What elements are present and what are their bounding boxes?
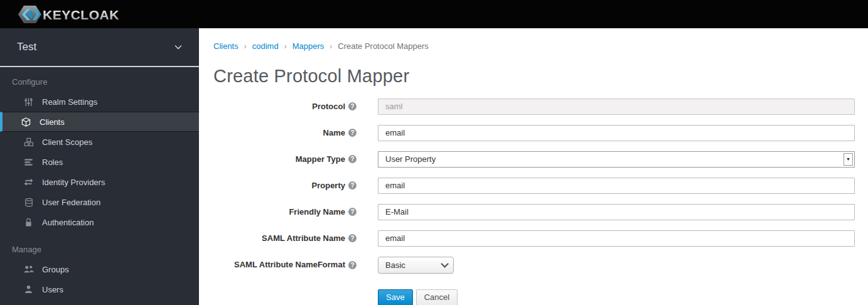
- nav-section-manage: Manage Groups Users: [0, 238, 199, 299]
- nav-section-label-configure: Configure: [0, 71, 199, 92]
- field-control-property: [378, 178, 855, 194]
- sidebar-item-label: Client Scopes: [42, 137, 92, 147]
- breadcrumb-separator-icon: ›: [244, 42, 247, 51]
- field-label-text: Property: [312, 178, 345, 194]
- breadcrumb-separator-icon: ›: [284, 42, 287, 51]
- field-label-text: Friendly Name: [289, 204, 345, 220]
- chevron-down-icon: [174, 45, 182, 50]
- sidebar-nav: Configure Realm Settings Clients Client …: [0, 71, 199, 299]
- breadcrumb-item-create-protocol-mappers: Create Protocol Mappers: [338, 41, 429, 51]
- field-label-text: SAML Attribute Name: [262, 230, 345, 247]
- sidebar-item-realm-settings[interactable]: Realm Settings: [0, 92, 199, 112]
- field-control-name: [378, 125, 855, 141]
- list-icon: [23, 158, 34, 167]
- sidebar-item-label: Users: [42, 285, 63, 294]
- cube-icon: [21, 117, 31, 127]
- protocol-input: [378, 99, 855, 115]
- help-icon[interactable]: ?: [348, 234, 356, 242]
- sliders-icon: [23, 97, 34, 107]
- field-control-friendly-name: [378, 204, 855, 220]
- realm-name: Test: [17, 41, 36, 53]
- sidebar-item-label: Roles: [42, 158, 63, 167]
- keycloak-logo[interactable]: KEYCLOAK: [17, 4, 121, 24]
- sidebar-item-roles[interactable]: Roles: [0, 152, 199, 172]
- main-content: Clients›codimd›Mappers›Create Protocol M…: [199, 28, 868, 305]
- mapper-type-select[interactable]: User Property▼: [378, 151, 855, 168]
- keycloak-logo-icon: KEYCLOAK: [17, 4, 121, 24]
- sidebar-item-label: Authentication: [42, 218, 94, 227]
- form-row-name: Name?: [213, 125, 855, 141]
- field-control-mapper-type: User Property▼: [378, 151, 855, 168]
- sidebar-item-users[interactable]: Users: [0, 279, 199, 299]
- field-label-property: Property?: [213, 178, 378, 194]
- selected-value: Basic: [385, 260, 405, 270]
- realm-selector[interactable]: Test: [0, 28, 199, 67]
- field-label-mapper-type: Mapper Type?: [213, 151, 378, 168]
- sidebar-item-label: User Federation: [42, 198, 100, 207]
- help-icon[interactable]: ?: [348, 181, 356, 190]
- breadcrumb: Clients›codimd›Mappers›Create Protocol M…: [213, 42, 855, 51]
- chevron-down-icon: [441, 260, 449, 268]
- help-icon[interactable]: ?: [348, 102, 356, 110]
- field-label-text: Protocol: [312, 99, 345, 115]
- sidebar-item-authentication[interactable]: Authentication: [0, 212, 199, 232]
- breadcrumb-item-codimd[interactable]: codimd: [252, 41, 279, 51]
- breadcrumb-item-clients[interactable]: Clients: [213, 41, 238, 51]
- selected-value: User Property: [385, 154, 436, 164]
- help-icon[interactable]: ?: [348, 208, 356, 216]
- cancel-button[interactable]: Cancel: [416, 289, 458, 305]
- page-title: Create Protocol Mapper: [213, 67, 855, 87]
- database-icon: [23, 198, 34, 207]
- form-row-property: Property?: [213, 178, 855, 194]
- saml-attribute-nameformat-select[interactable]: Basic: [378, 257, 454, 274]
- sidebar-item-label: Clients: [40, 117, 65, 127]
- name-input[interactable]: [378, 125, 855, 141]
- sidebar-item-label: Identity Providers: [42, 178, 105, 187]
- field-label-text: Name: [323, 125, 345, 141]
- users-icon: [23, 265, 34, 274]
- help-icon[interactable]: ?: [348, 129, 356, 137]
- lock-icon: [23, 218, 34, 227]
- field-label-friendly-name: Friendly Name?: [213, 204, 378, 220]
- sidebar-item-label: Realm Settings: [42, 97, 97, 107]
- field-control-protocol: [378, 99, 855, 115]
- field-label-saml-attribute-name: SAML Attribute Name?: [213, 230, 378, 247]
- nav-section-configure: Configure Realm Settings Clients Client …: [0, 71, 199, 232]
- form-row-mapper-type: Mapper Type?User Property▼: [213, 151, 855, 168]
- field-control-saml-attribute-name: [378, 230, 855, 247]
- field-control-saml-attribute-nameformat: Basic: [378, 257, 855, 274]
- svg-text:KEYCLOAK: KEYCLOAK: [43, 8, 119, 22]
- sidebar-item-identity-providers[interactable]: Identity Providers: [0, 172, 199, 192]
- form-row-saml-attribute-nameformat: SAML Attribute NameFormat?Basic: [213, 257, 855, 274]
- help-icon[interactable]: ?: [348, 155, 356, 163]
- sidebar: Test Configure Realm Settings Clients Cl…: [0, 28, 199, 305]
- sidebar-item-groups[interactable]: Groups: [0, 259, 199, 279]
- breadcrumb-separator-icon: ›: [330, 42, 332, 51]
- sidebar-item-client-scopes[interactable]: Client Scopes: [0, 132, 199, 152]
- field-label-text: SAML Attribute NameFormat: [234, 257, 345, 273]
- sidebar-item-user-federation[interactable]: User Federation: [0, 192, 199, 212]
- saml-attribute-name-input[interactable]: [378, 230, 855, 247]
- field-label-text: Mapper Type: [296, 151, 345, 168]
- form-row-friendly-name: Friendly Name?: [213, 204, 855, 220]
- app-header: KEYCLOAK: [0, 0, 868, 28]
- nav-section-label-manage: Manage: [0, 238, 199, 259]
- field-label-protocol: Protocol?: [213, 99, 378, 115]
- dropdown-arrow-icon: ▼: [844, 153, 853, 166]
- property-input[interactable]: [378, 178, 855, 194]
- breadcrumb-item-mappers[interactable]: Mappers: [292, 41, 324, 51]
- form-row-protocol: Protocol?: [213, 99, 855, 115]
- form-actions: Save Cancel: [378, 289, 855, 305]
- cubes-icon: [23, 137, 34, 147]
- field-label-saml-attribute-nameformat: SAML Attribute NameFormat?: [213, 257, 378, 273]
- form-row-saml-attribute-name: SAML Attribute Name?: [213, 230, 855, 247]
- sidebar-item-clients[interactable]: Clients: [0, 112, 199, 132]
- create-protocol-mapper-form: Protocol?Name?Mapper Type?User Property▼…: [213, 99, 855, 274]
- friendly-name-input[interactable]: [378, 204, 855, 220]
- help-icon[interactable]: ?: [348, 261, 356, 269]
- sidebar-item-label: Groups: [42, 265, 69, 274]
- exchange-icon: [23, 178, 34, 186]
- user-icon: [23, 285, 34, 294]
- save-button[interactable]: Save: [378, 289, 413, 305]
- field-label-name: Name?: [213, 125, 378, 141]
